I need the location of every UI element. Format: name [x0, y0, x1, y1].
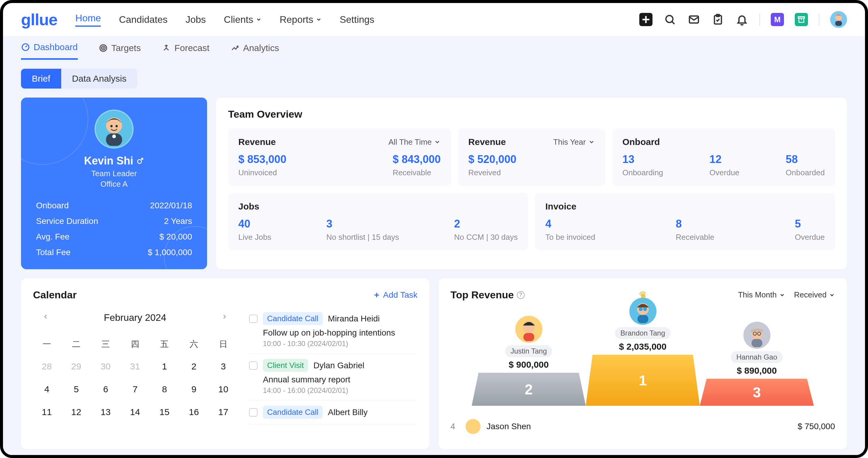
- noshortlist-label: No shortlist | 15 days: [326, 233, 399, 242]
- svg-point-11: [835, 14, 842, 21]
- receivable-label: Receivable: [393, 168, 441, 177]
- cal-next-button[interactable]: [218, 310, 231, 325]
- cal-day[interactable]: 12: [62, 402, 90, 423]
- app-badge-archive[interactable]: [795, 13, 808, 26]
- app-badge-m[interactable]: M: [771, 13, 784, 26]
- podium-1-name: Brandon Tang: [615, 327, 671, 339]
- uninvoiced-label: Uninvoiced: [238, 168, 286, 177]
- cal-day[interactable]: 17: [210, 402, 237, 423]
- cal-day[interactable]: 4: [33, 379, 61, 400]
- cal-day[interactable]: 1: [151, 356, 178, 377]
- podium-3: Hannah Gao $ 890,000 3: [700, 379, 814, 406]
- profile-card: Kevin Shi Team Leader Office A Onboard20…: [21, 97, 207, 269]
- revenue-year-filter[interactable]: This Year: [553, 138, 595, 147]
- svg-point-22: [112, 134, 116, 138]
- revenue-year-filter-label: This Year: [553, 138, 586, 147]
- task-checkbox[interactable]: [249, 361, 257, 370]
- task-checkbox[interactable]: [249, 314, 257, 323]
- cal-day[interactable]: 29: [62, 356, 90, 377]
- subnav-analytics[interactable]: Analytics: [230, 42, 279, 60]
- revenue-avatar: [466, 419, 480, 434]
- svg-point-19: [111, 125, 113, 127]
- subnav-forecast-label: Forecast: [175, 43, 210, 53]
- revenue-rank: 4: [451, 422, 460, 431]
- search-button[interactable]: [663, 13, 677, 26]
- revenue-all-filter[interactable]: All The Time: [389, 138, 441, 147]
- plus-icon: [640, 13, 652, 26]
- task-person: Miranda Heidi: [328, 314, 380, 324]
- task-tag: Candidate Call: [263, 312, 323, 325]
- notifications-button[interactable]: [735, 13, 748, 26]
- revenue-all-title: Revenue: [238, 137, 276, 147]
- subnav-analytics-label: Analytics: [243, 43, 279, 53]
- chevron-down-icon: [256, 17, 262, 23]
- cal-prev-button[interactable]: [39, 310, 52, 325]
- task-person: Dylan Gabriel: [313, 361, 364, 370]
- info-icon[interactable]: ?: [517, 291, 525, 299]
- cal-day[interactable]: 11: [33, 402, 61, 423]
- cal-day[interactable]: 31: [121, 356, 149, 377]
- task-tag: Client Visit: [263, 359, 308, 372]
- nav-clients[interactable]: Clients: [224, 14, 262, 25]
- task-item: Client Visit Dylan Gabriel Annual summar…: [249, 354, 417, 400]
- cal-day[interactable]: 14: [121, 402, 149, 423]
- podium-2-name: Justin Tang: [505, 345, 552, 357]
- app-logo[interactable]: gllue: [21, 10, 57, 29]
- podium-3-bar: 3: [700, 379, 814, 406]
- cal-day[interactable]: 10: [210, 379, 237, 400]
- jobs-title: Jobs: [238, 202, 259, 212]
- stat-onboard-label: Onboard: [36, 201, 69, 210]
- tab-data-analysis[interactable]: Data Analysis: [61, 69, 137, 89]
- tobeinvoiced-value: 4: [545, 218, 595, 230]
- stat-avgfee-value: $ 20,000: [159, 232, 192, 242]
- cal-day[interactable]: 5: [62, 379, 90, 400]
- avatar-icon: [96, 111, 132, 147]
- subnav-forecast[interactable]: Forecast: [162, 42, 210, 60]
- cal-day[interactable]: 6: [92, 379, 120, 400]
- nav-jobs[interactable]: Jobs: [185, 14, 206, 25]
- nav-candidates[interactable]: Candidates: [119, 14, 167, 25]
- tasks-button[interactable]: [711, 13, 724, 26]
- nav-reports[interactable]: Reports: [280, 14, 322, 25]
- add-task-button[interactable]: Add Task: [373, 290, 417, 300]
- podium-1-avatar: [629, 298, 656, 325]
- overdue-value: 12: [710, 153, 740, 166]
- cal-day[interactable]: 16: [180, 402, 208, 423]
- onboarded-label: Onboarded: [786, 168, 825, 177]
- nav-settings[interactable]: Settings: [340, 14, 375, 25]
- revenue-type-filter[interactable]: Received: [794, 290, 835, 300]
- team-overview-title: Team Overview: [228, 108, 835, 120]
- podium-3-amount: $ 890,000: [712, 366, 802, 376]
- revenue-period-filter[interactable]: This Month: [738, 290, 785, 300]
- user-avatar[interactable]: [830, 11, 847, 28]
- stat-totalfee-value: $ 1,000,000: [148, 248, 192, 257]
- task-checkbox[interactable]: [249, 408, 257, 417]
- calendar-month: February 2024: [104, 312, 166, 323]
- subnav-targets[interactable]: Targets: [99, 42, 141, 60]
- chevron-right-icon: [221, 313, 228, 320]
- archive-icon: [797, 15, 806, 24]
- cal-day[interactable]: 8: [151, 379, 178, 400]
- mail-button[interactable]: [687, 13, 701, 26]
- noshortlist-value: 3: [326, 218, 399, 230]
- chevron-left-icon: [42, 313, 49, 320]
- cal-day[interactable]: 9: [180, 379, 208, 400]
- stat-onboard-value: 2022/01/18: [150, 201, 192, 210]
- nav-home[interactable]: Home: [75, 12, 101, 27]
- subnav-dashboard[interactable]: Dashboard: [21, 42, 78, 60]
- tab-brief[interactable]: Brief: [21, 69, 61, 89]
- cal-day[interactable]: 2: [180, 356, 208, 377]
- uninvoiced-value: $ 853,000: [238, 153, 286, 166]
- revenue-year-title: Revenue: [468, 137, 506, 147]
- cal-day[interactable]: 30: [92, 356, 120, 377]
- cal-day[interactable]: 28: [33, 356, 61, 377]
- cal-day[interactable]: 7: [121, 379, 149, 400]
- onboard-card: Onboard 13Onboarding 12Overdue 58Onboard…: [612, 128, 835, 186]
- cal-day[interactable]: 15: [151, 402, 178, 423]
- revenue-period-label: This Month: [738, 290, 777, 300]
- revenue-row: 4 Jason Shen $ 750,000: [451, 415, 835, 438]
- add-button[interactable]: [639, 13, 652, 26]
- inv-overdue-label: Overdue: [795, 233, 825, 242]
- cal-day[interactable]: 3: [210, 356, 237, 377]
- cal-day[interactable]: 13: [92, 402, 120, 423]
